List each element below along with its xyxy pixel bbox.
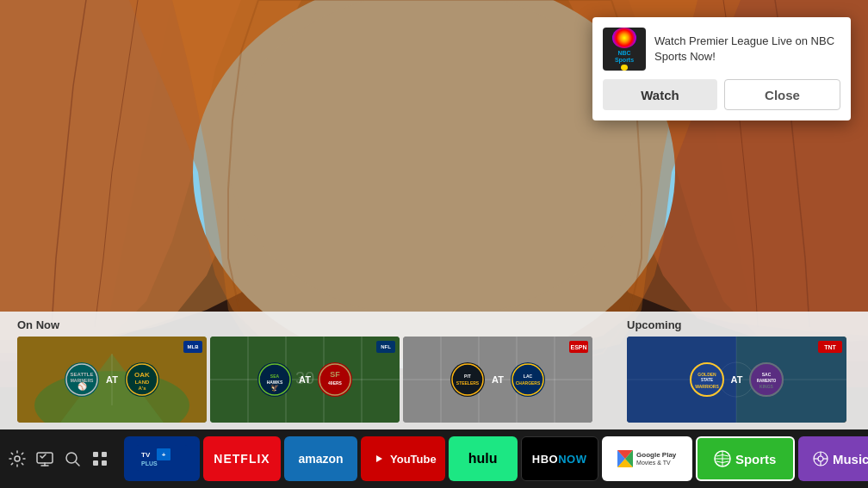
netflix-label: NETFLIX	[214, 452, 270, 466]
team-logo-mariners: SEATTLE MARINERS ⚾	[65, 362, 99, 397]
svg-text:TV: TV	[141, 451, 151, 459]
svg-text:SEA: SEA	[270, 374, 280, 379]
app-tile-hbo[interactable]: HBONOW	[521, 436, 598, 481]
upcoming-section: Upcoming	[627, 318, 851, 423]
team-logo-chargers: LAC CHARGERS	[511, 362, 545, 397]
app-tile-amazon[interactable]: amazon	[284, 436, 357, 481]
app-tile-sports[interactable]: Sports	[696, 436, 795, 481]
app-tile-google[interactable]: Google Play Movies & TV	[602, 436, 692, 481]
svg-text:KINGS: KINGS	[760, 384, 775, 389]
system-icons	[7, 448, 121, 469]
apps-bar: TV + PLUS NETFLIX amazon YouTube	[0, 429, 868, 488]
on-now-cards: SEATTLE MARINERS ⚾ AT OAK LAND	[17, 337, 627, 423]
app-tile-hulu[interactable]: hulu	[449, 436, 518, 481]
app-tile-music[interactable]: Music	[798, 436, 868, 481]
svg-text:🦅: 🦅	[270, 383, 279, 392]
game-card-basketball[interactable]: GOLDEN STATE WARRIORS AT SAC RAMENTO	[627, 337, 846, 423]
svg-text:PLUS: PLUS	[141, 460, 158, 466]
svg-rect-56	[93, 452, 98, 457]
upcoming-label: Upcoming	[627, 318, 851, 331]
notification-message: Watch Premier League Live on NBC Sports …	[654, 34, 840, 65]
svg-point-55	[66, 453, 77, 463]
team-logo-warriors: GOLDEN STATE WARRIORS	[690, 362, 724, 397]
app-tile-tvplus[interactable]: TV + PLUS	[124, 436, 200, 481]
search-icon[interactable]	[62, 448, 83, 469]
watch-button[interactable]: Watch	[603, 79, 717, 110]
on-now-label: On Now	[17, 318, 627, 331]
svg-rect-59	[102, 460, 107, 466]
svg-rect-57	[102, 452, 107, 457]
content-bar: On Now	[0, 312, 868, 429]
hulu-label: hulu	[468, 451, 498, 466]
notification-header: NBCSports Watch Premier League Live on N…	[603, 28, 840, 71]
tnt-badge: TNT	[818, 341, 842, 353]
apps-grid-icon[interactable]	[90, 448, 110, 469]
svg-text:STEELERS: STEELERS	[456, 380, 480, 386]
youtube-label: YouTube	[390, 453, 437, 466]
mlb-badge: MLB	[183, 341, 202, 353]
svg-point-24	[319, 364, 350, 395]
svg-text:SAC: SAC	[762, 372, 772, 377]
tvplus-label: TV + PLUS	[136, 445, 188, 473]
svg-text:+: +	[162, 451, 166, 459]
svg-point-36	[512, 364, 543, 395]
svg-text:LAND: LAND	[135, 380, 150, 385]
app-tile-netflix[interactable]: NETFLIX	[203, 436, 281, 481]
amazon-label: amazon	[298, 452, 343, 466]
team-logo-seahawks: SEA HAWKS 🦅	[257, 362, 292, 397]
at-text-baseball: AT	[106, 374, 118, 385]
svg-text:STATE: STATE	[701, 378, 713, 382]
svg-point-76	[818, 456, 823, 461]
svg-text:⚾: ⚾	[78, 381, 88, 392]
svg-text:GOLDEN: GOLDEN	[698, 372, 716, 377]
game-card-baseball[interactable]: SEATTLE MARINERS ⚾ AT OAK LAND	[17, 337, 207, 423]
svg-text:WARRIORS: WARRIORS	[695, 384, 719, 389]
screen-mirror-icon[interactable]	[34, 448, 55, 469]
game-card-football2[interactable]: PIT STEELERS AT LAC CHARGERS	[403, 337, 592, 423]
team-logo-kings: SAC RAMENTO KINGS	[749, 362, 784, 397]
notification-buttons: Watch Close	[603, 79, 840, 110]
settings-icon[interactable]	[7, 448, 28, 469]
svg-text:SF: SF	[330, 370, 340, 379]
svg-text:CHARGERS: CHARGERS	[516, 380, 541, 386]
svg-text:LAC: LAC	[524, 374, 533, 379]
svg-text:SEATTLE: SEATTLE	[71, 372, 94, 377]
svg-text:A's: A's	[138, 386, 146, 391]
at-text-football1: AT	[299, 374, 311, 385]
sports-label: Sports	[735, 452, 777, 466]
close-button[interactable]: Close	[724, 79, 840, 110]
svg-rect-54	[37, 453, 53, 463]
notification-popup: NBCSports Watch Premier League Live on N…	[592, 17, 851, 120]
nbc-sports-icon: NBCSports	[603, 28, 646, 71]
at-text-basketball: AT	[731, 374, 743, 385]
team-logo-49ers: SF 49ERS	[318, 362, 352, 397]
espn-badge: ESPN	[569, 341, 588, 353]
app-tile-youtube[interactable]: YouTube	[361, 436, 445, 481]
music-label: Music	[833, 452, 868, 466]
team-logo-athletics: OAK LAND A's	[125, 362, 159, 397]
svg-text:RAMENTO: RAMENTO	[757, 379, 777, 383]
nfl-badge-1: NFL	[376, 341, 395, 353]
svg-point-53	[15, 456, 20, 461]
game-card-football1[interactable]: 30 SEA HAWKS 🦅 AT	[210, 337, 400, 423]
bottom-section: On Now	[0, 312, 868, 488]
svg-text:OAK: OAK	[134, 371, 150, 379]
svg-text:PIT: PIT	[464, 374, 471, 379]
at-text-football2: AT	[492, 374, 504, 385]
svg-point-33	[452, 364, 483, 395]
svg-rect-58	[93, 460, 98, 466]
svg-text:49ERS: 49ERS	[328, 380, 343, 386]
team-logo-steelers: PIT STEELERS	[450, 362, 485, 397]
on-now-section: On Now	[17, 318, 627, 423]
hbo-label: HBONOW	[532, 453, 587, 466]
